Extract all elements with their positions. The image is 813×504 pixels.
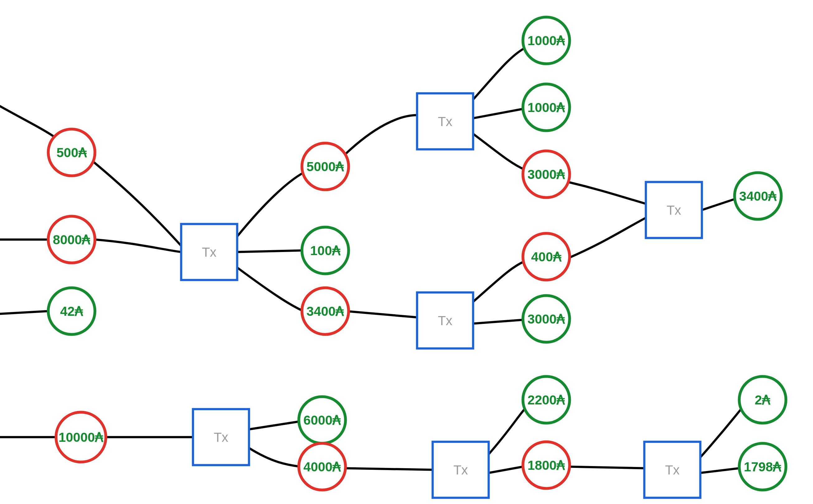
edge bbox=[249, 448, 300, 467]
tx-node: Tx bbox=[433, 442, 489, 498]
utxo-spent: 500₳ bbox=[48, 129, 95, 176]
utxo-unspent: 42₳ bbox=[48, 288, 95, 334]
utxo-unspent: 100₳ bbox=[302, 227, 348, 274]
utxo-amount-label: 1800₳ bbox=[528, 458, 565, 473]
utxo-unspent: 6000₳ bbox=[299, 397, 345, 443]
utxo-amount-label: 2200₳ bbox=[528, 393, 565, 407]
utxo-amount-label: 3400₳ bbox=[739, 189, 777, 203]
utxo-amount-label: 1000₳ bbox=[528, 100, 565, 115]
edge bbox=[249, 422, 299, 429]
tx-label: Tx bbox=[214, 430, 228, 445]
edge bbox=[345, 115, 417, 154]
utxo-amount-label: 400₳ bbox=[531, 250, 562, 264]
utxo-amount-label: 5000₳ bbox=[306, 159, 344, 174]
edge bbox=[345, 468, 433, 470]
edge bbox=[473, 134, 525, 170]
utxo-amount-label: 500₳ bbox=[56, 145, 87, 160]
utxo-amount-label: 6000₳ bbox=[303, 413, 341, 427]
utxo-unspent: 3000₳ bbox=[523, 296, 570, 342]
utxo-amount-label: 10000₳ bbox=[58, 430, 104, 445]
edge bbox=[473, 320, 523, 324]
utxo-spent: 3000₳ bbox=[523, 151, 570, 198]
tx-label: Tx bbox=[438, 114, 453, 129]
utxo-amount-label: 100₳ bbox=[310, 243, 340, 258]
tx-label: Tx bbox=[454, 463, 468, 477]
tx-node: Tx bbox=[193, 409, 249, 465]
utxo-spent: 4000₳ bbox=[299, 443, 345, 490]
edges-layer bbox=[0, 48, 742, 473]
utxo-amount-label: 4000₳ bbox=[303, 460, 341, 474]
tx-node: Tx bbox=[646, 182, 702, 238]
utxo-layer: 500₳8000₳42₳5000₳100₳3400₳1000₳1000₳3000… bbox=[48, 17, 786, 490]
utxo-unspent: 2₳ bbox=[739, 376, 786, 423]
tx-node: Tx bbox=[181, 224, 237, 280]
utxo-unspent: 1000₳ bbox=[523, 84, 570, 131]
tx-node: Tx bbox=[417, 292, 473, 348]
edge bbox=[473, 48, 525, 100]
tx-label: Tx bbox=[667, 203, 681, 217]
edge bbox=[93, 162, 181, 246]
tx-node: Tx bbox=[644, 442, 700, 498]
utxo-amount-label: 3000₳ bbox=[528, 167, 565, 182]
tx-node: Tx bbox=[417, 93, 473, 149]
edge bbox=[237, 268, 303, 311]
utxo-amount-label: 1000₳ bbox=[528, 33, 565, 48]
utxo-dag-diagram: TxTxTxTxTxTxTx 500₳8000₳42₳5000₳100₳3400… bbox=[0, 0, 813, 504]
edge bbox=[700, 468, 739, 473]
utxo-spent: 5000₳ bbox=[302, 143, 348, 190]
utxo-amount-label: 2₳ bbox=[755, 393, 771, 407]
tx-label: Tx bbox=[202, 245, 217, 259]
utxo-spent: 1800₳ bbox=[523, 442, 570, 488]
edge bbox=[568, 218, 646, 258]
utxo-spent: 8000₳ bbox=[48, 216, 95, 263]
edge bbox=[345, 311, 417, 317]
utxo-unspent: 3400₳ bbox=[735, 173, 781, 219]
edge bbox=[700, 408, 742, 457]
utxo-spent: 10000₳ bbox=[56, 412, 106, 462]
utxo-spent: 400₳ bbox=[523, 233, 570, 280]
edge bbox=[702, 199, 735, 210]
tx-label: Tx bbox=[438, 313, 453, 328]
utxo-amount-label: 3400₳ bbox=[306, 304, 344, 319]
transactions-layer: TxTxTxTxTxTxTx bbox=[181, 93, 702, 498]
edge bbox=[95, 240, 181, 252]
utxo-amount-label: 1798₳ bbox=[744, 460, 782, 474]
edge bbox=[237, 173, 303, 236]
edge bbox=[473, 261, 525, 302]
tx-label: Tx bbox=[665, 463, 680, 477]
utxo-unspent: 1000₳ bbox=[523, 17, 570, 64]
utxo-spent: 3400₳ bbox=[302, 288, 348, 334]
edge bbox=[569, 467, 644, 468]
utxo-amount-label: 42₳ bbox=[60, 304, 83, 319]
utxo-unspent: 2200₳ bbox=[523, 376, 570, 423]
edge bbox=[0, 311, 48, 314]
edge bbox=[237, 250, 302, 252]
utxo-amount-label: 8000₳ bbox=[53, 232, 91, 247]
edge bbox=[489, 408, 526, 454]
edge bbox=[489, 467, 523, 473]
utxo-unspent: 1798₳ bbox=[739, 443, 786, 490]
edge bbox=[568, 182, 646, 204]
utxo-amount-label: 3000₳ bbox=[528, 312, 565, 326]
edge bbox=[473, 109, 523, 118]
